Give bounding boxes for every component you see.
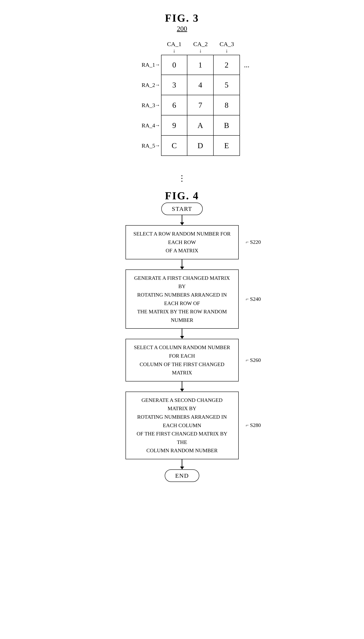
row-label-ra4: RA_4 bbox=[142, 122, 155, 129]
flow-arrow-3 bbox=[180, 329, 184, 339]
row-arrow-ra4: → bbox=[156, 122, 159, 128]
cell-r3c1: 6 bbox=[161, 95, 187, 116]
table-row: RA_4 → 9 A B bbox=[135, 116, 250, 136]
s220-process: SELECT A ROW RANDOM NUMBER FOR EACH ROWO… bbox=[126, 225, 239, 259]
s240-process: GENERATE A FIRST CHANGED MATRIX BY ROTAT… bbox=[126, 270, 239, 329]
matrix-rows: RA_1 → 0 1 2 ... RA_2 → bbox=[135, 55, 250, 156]
row2-cells: 3 4 5 bbox=[161, 75, 240, 95]
matrix-container: CA_1 ↓ CA_2 ↓ CA_3 ↓ RA_1 → bbox=[135, 41, 250, 156]
flow-arrow-5 bbox=[180, 459, 184, 470]
s260-node: SELECT A COLUMN RANDOM NUMBER FOR EACH C… bbox=[126, 339, 239, 381]
start-node: START bbox=[161, 202, 203, 215]
s280-label: ⌐ S280 bbox=[246, 422, 261, 428]
section-separator: ⋮ bbox=[178, 174, 186, 184]
table-row: RA_2 → 3 4 5 bbox=[135, 75, 250, 95]
cell-r1c1: 0 bbox=[161, 55, 187, 75]
s240-node: GENERATE A FIRST CHANGED MATRIX BY ROTAT… bbox=[126, 270, 239, 329]
row5-cells: C D E bbox=[161, 136, 240, 156]
row-label-ra5-container: RA_5 → bbox=[135, 142, 161, 149]
s220-connector: ⌐ bbox=[246, 239, 249, 245]
table-row: RA_1 → 0 1 2 ... bbox=[135, 55, 250, 75]
page-content: FIG. 3 200 CA_1 ↓ CA_2 ↓ CA_3 ↓ bbox=[81, 12, 283, 482]
row-arrow-ra2: → bbox=[156, 82, 159, 88]
cell-r3c2: 7 bbox=[187, 95, 214, 116]
row-label-ra2-container: RA_2 → bbox=[135, 82, 161, 88]
table-row: RA_5 → C D E bbox=[135, 136, 250, 156]
row-label-ra2: RA_2 bbox=[142, 82, 155, 88]
fig4-title: FIG. 4 bbox=[165, 190, 199, 202]
row-label-ra4-container: RA_4 → bbox=[135, 122, 161, 129]
cell-r5c2: D bbox=[187, 136, 214, 156]
fig4-section: FIG. 4 START SELECT A ROW RANDOM NUMBER … bbox=[81, 190, 283, 482]
start-terminal: START bbox=[161, 202, 203, 215]
cell-r4c2: A bbox=[187, 116, 214, 136]
row-label-ra5: RA_5 bbox=[142, 142, 155, 149]
col-label-ca2: CA_2 bbox=[193, 41, 208, 48]
s240-label: ⌐ S240 bbox=[246, 296, 261, 302]
row-arrow-ra3: → bbox=[156, 102, 159, 108]
s220-label: ⌐ S220 bbox=[246, 239, 261, 245]
s240-connector: ⌐ bbox=[246, 296, 249, 302]
col-headers: CA_1 ↓ CA_2 ↓ CA_3 ↓ bbox=[161, 41, 240, 54]
flow-arrow-4 bbox=[180, 382, 184, 392]
cell-r5c1: C bbox=[161, 136, 187, 156]
col-header-ca3: CA_3 ↓ bbox=[214, 41, 240, 54]
flow-arrow-2 bbox=[180, 259, 184, 270]
col-label-ca3: CA_3 bbox=[220, 41, 234, 48]
row-arrow-ra5: → bbox=[156, 143, 159, 149]
cell-r5c3: E bbox=[214, 136, 240, 156]
row-arrow-ra1: → bbox=[156, 62, 159, 68]
cell-r1c2: 1 bbox=[187, 55, 214, 75]
s280-node: GENERATE A SECOND CHANGED MATRIX BY ROTA… bbox=[126, 392, 239, 459]
row4-cells: 9 A B bbox=[161, 116, 240, 136]
cell-r1c3: 2 bbox=[214, 55, 240, 75]
flowchart: START SELECT A ROW RANDOM NUMBER FOR EAC… bbox=[81, 202, 283, 482]
cell-r3c3: 8 bbox=[214, 95, 240, 116]
row-label-ra1-container: RA_1 → bbox=[135, 62, 161, 68]
col-arrow-ca2: ↓ bbox=[199, 48, 202, 54]
table-row: RA_3 → 6 7 8 bbox=[135, 95, 250, 116]
end-node: END bbox=[165, 470, 200, 482]
fig3-title: FIG. 3 bbox=[165, 12, 199, 24]
cell-r2c1: 3 bbox=[161, 75, 187, 95]
row3-cells: 6 7 8 bbox=[161, 95, 240, 116]
s260-connector: ⌐ bbox=[246, 357, 249, 363]
row-label-ra3: RA_3 bbox=[142, 102, 155, 108]
col-arrow-ca3: ↓ bbox=[225, 48, 228, 54]
s260-process: SELECT A COLUMN RANDOM NUMBER FOR EACH C… bbox=[126, 339, 239, 381]
col-header-ca2: CA_2 ↓ bbox=[187, 41, 214, 54]
cell-r2c2: 4 bbox=[187, 75, 214, 95]
ellipsis-row1: ... bbox=[244, 61, 250, 69]
col-header-ca1: CA_1 ↓ bbox=[161, 41, 187, 54]
cell-r2c3: 5 bbox=[214, 75, 240, 95]
fig3-ref: 200 bbox=[177, 25, 187, 32]
s260-label: ⌐ S260 bbox=[246, 357, 261, 363]
row-label-ra3-container: RA_3 → bbox=[135, 102, 161, 108]
fig3-section: FIG. 3 200 CA_1 ↓ CA_2 ↓ CA_3 ↓ bbox=[81, 12, 283, 156]
row1-cells: 0 1 2 bbox=[161, 55, 240, 75]
s220-node: SELECT A ROW RANDOM NUMBER FOR EACH ROWO… bbox=[126, 225, 239, 259]
row-label-ra1: RA_1 bbox=[142, 62, 155, 68]
col-arrow-ca1: ↓ bbox=[172, 48, 176, 54]
end-terminal: END bbox=[165, 470, 200, 482]
flow-arrow-1 bbox=[180, 215, 184, 225]
cell-r4c3: B bbox=[214, 116, 240, 136]
col-label-ca1: CA_1 bbox=[167, 41, 182, 48]
cell-r4c1: 9 bbox=[161, 116, 187, 136]
s280-connector: ⌐ bbox=[246, 422, 249, 428]
s280-process: GENERATE A SECOND CHANGED MATRIX BY ROTA… bbox=[126, 392, 239, 459]
